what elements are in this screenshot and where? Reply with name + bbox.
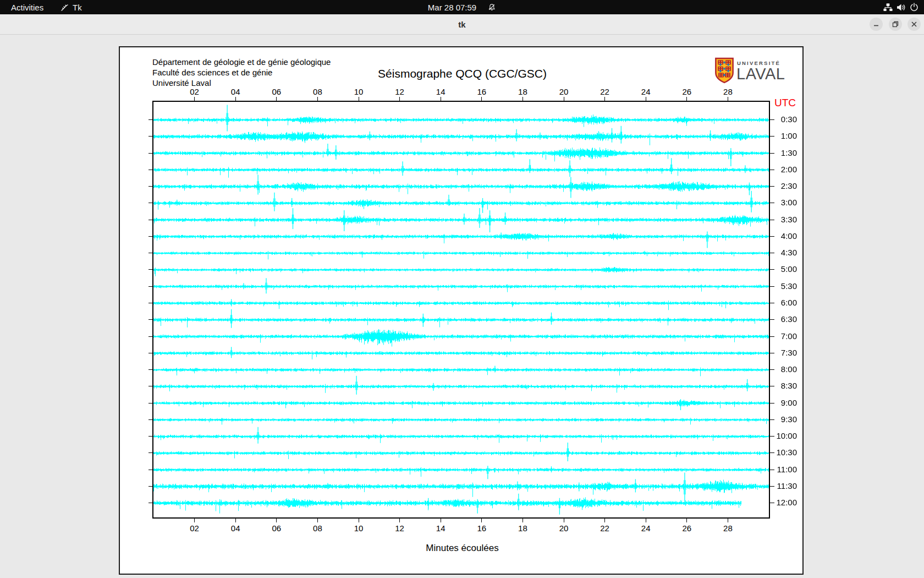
x-tick-bottom	[441, 519, 441, 522]
laval-shield-icon	[714, 57, 735, 84]
x-tick-top	[235, 97, 236, 101]
x-tick-label-top: 14	[432, 87, 449, 96]
row-time-label: 4:00	[753, 231, 797, 241]
x-tick-label-bottom: 14	[432, 524, 449, 533]
x-tick-label-bottom: 16	[474, 524, 490, 533]
row-tick-left	[148, 236, 152, 237]
x-tick-top	[441, 97, 441, 101]
window-titlebar[interactable]: tk	[0, 14, 924, 35]
x-tick-label-top: 20	[556, 87, 572, 96]
x-tick-label-bottom: 20	[556, 524, 572, 533]
x-tick-label-bottom: 18	[514, 524, 531, 533]
x-tick-label-top: 18	[514, 87, 531, 96]
row-time-label: 2:00	[753, 165, 797, 174]
x-tick-label-bottom: 06	[268, 524, 285, 533]
gnome-top-bar: Activities Tk Mar 28 07:59	[0, 0, 924, 14]
system-status-area[interactable]	[883, 0, 919, 14]
x-tick-label-bottom: 02	[186, 524, 203, 533]
row-time-label: 7:30	[753, 348, 797, 357]
row-tick-left	[148, 319, 152, 320]
row-time-label: 5:30	[753, 281, 797, 291]
universite-laval-logo: UNIVERSITÉ LAVAL	[714, 55, 796, 87]
x-tick-top	[194, 97, 195, 101]
row-tick-left	[148, 269, 152, 270]
x-tick-bottom	[399, 519, 400, 522]
window-content: Département de géologie et de génie géol…	[0, 35, 924, 578]
volume-icon	[897, 3, 906, 12]
utc-axis-label: UTC	[774, 97, 796, 109]
row-time-label: 5:00	[753, 264, 797, 274]
x-tick-bottom	[317, 519, 318, 522]
network-icon	[883, 3, 893, 12]
x-tick-top	[604, 97, 605, 101]
power-icon	[910, 3, 919, 12]
row-time-label: 2:30	[753, 181, 797, 190]
x-tick-label-top: 02	[186, 87, 203, 96]
x-tick-label-bottom: 26	[679, 524, 695, 533]
x-tick-top	[522, 97, 523, 101]
row-tick-left	[148, 136, 152, 137]
minimize-button[interactable]	[870, 18, 883, 31]
x-tick-top	[276, 97, 277, 101]
x-tick-top	[317, 97, 318, 101]
app-menu-button[interactable]: Tk	[57, 0, 85, 14]
x-tick-label-top: 12	[392, 87, 408, 96]
x-tick-label-top: 10	[350, 87, 367, 96]
row-tick-left	[148, 486, 152, 487]
close-button[interactable]	[908, 18, 921, 31]
activities-button[interactable]: Activities	[7, 0, 48, 14]
x-tick-label-bottom: 10	[350, 524, 367, 533]
x-tick-top	[399, 97, 400, 101]
bell-slash-icon	[488, 3, 496, 12]
x-tick-label-bottom: 04	[227, 524, 244, 533]
plot-title: Séismographe QCQ (CGC/GSC)	[120, 67, 805, 80]
x-tick-bottom	[604, 519, 605, 522]
desktop: Activities Tk Mar 28 07:59	[0, 0, 924, 578]
row-tick-left	[148, 186, 152, 187]
clock-button[interactable]: Mar 28 07:59	[428, 0, 496, 14]
row-tick-left	[148, 470, 152, 470]
x-tick-bottom	[646, 519, 646, 522]
row-tick-left	[148, 203, 152, 203]
row-time-label: 1:30	[753, 148, 797, 157]
seismogram-traces	[153, 102, 769, 517]
x-tick-bottom	[359, 519, 359, 522]
row-tick-left	[148, 419, 152, 420]
x-tick-bottom	[194, 519, 195, 522]
row-time-label: 4:30	[753, 248, 797, 257]
header-line-1: Département de géologie et de génie géol…	[152, 57, 331, 67]
x-tick-label-top: 04	[227, 87, 244, 96]
x-axis-title: Minutes écoulées	[120, 543, 805, 554]
row-time-label: 3:30	[753, 215, 797, 224]
tk-icon	[61, 3, 69, 12]
row-tick-left	[148, 353, 152, 353]
x-tick-label-top: 26	[679, 87, 695, 96]
row-tick-left	[148, 436, 152, 437]
logo-text-laval: LAVAL	[736, 65, 785, 83]
row-tick-left	[148, 170, 152, 170]
x-tick-label-top: 28	[719, 87, 736, 96]
row-time-label: 9:30	[753, 415, 797, 424]
row-tick-left	[148, 386, 152, 386]
maximize-button[interactable]	[889, 18, 902, 31]
row-time-label: 10:00	[753, 431, 797, 440]
row-tick-left	[148, 153, 152, 154]
row-tick-left	[148, 220, 152, 220]
row-tick-left	[148, 253, 152, 253]
row-time-label: 0:30	[753, 114, 797, 124]
row-time-label: 6:00	[753, 298, 797, 307]
x-tick-bottom	[686, 519, 687, 522]
x-tick-top	[686, 97, 687, 101]
x-tick-label-top: 06	[268, 87, 285, 96]
x-tick-bottom	[564, 519, 564, 522]
row-time-label: 8:30	[753, 381, 797, 390]
row-time-label: 12:00	[753, 498, 797, 507]
x-tick-bottom	[728, 519, 728, 522]
clock-label: Mar 28 07:59	[428, 3, 476, 12]
row-time-label: 3:00	[753, 198, 797, 207]
row-time-label: 6:30	[753, 314, 797, 324]
window-title: tk	[0, 14, 924, 34]
x-tick-label-bottom: 24	[637, 524, 654, 533]
x-tick-label-top: 22	[597, 87, 613, 96]
x-tick-top	[359, 97, 359, 101]
